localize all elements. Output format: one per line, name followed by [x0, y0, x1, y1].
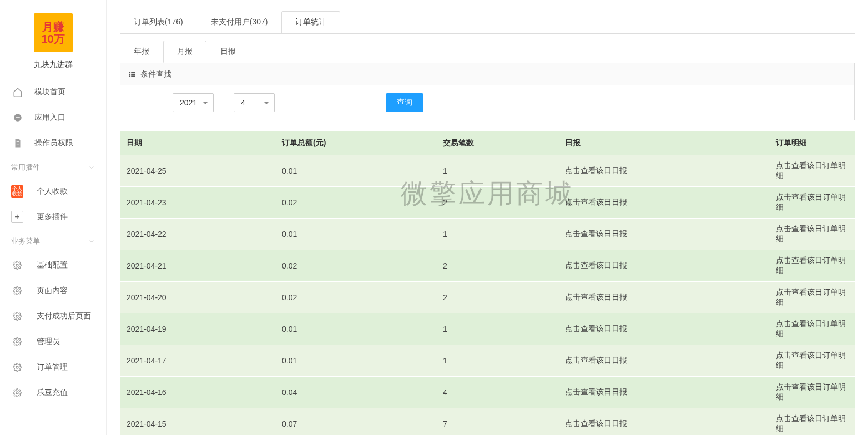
cell-detail-link[interactable]: 点击查看该日订单明细 [769, 345, 855, 377]
biz-item[interactable]: 管理员 [0, 329, 106, 355]
cell-detail-link[interactable]: 点击查看该日订单明细 [769, 187, 855, 219]
tab-unpaid-users[interactable]: 未支付用户(307) [197, 11, 282, 33]
th-report: 日报 [558, 131, 769, 155]
table-wrap: 微擎应用商城 日期 订单总额(元) 交易笔数 日报 订单明细 2021-04-2… [120, 131, 855, 435]
table-row: 2021-04-23 0.02 2 点击查看该日日报 点击查看该日订单明细 [120, 187, 855, 219]
sidebar: 月赚 10万 九块九进群 模块首页 应用入口 操作员权限 常用插件 [0, 0, 107, 435]
cell-count: 1 [436, 155, 558, 187]
biz-item[interactable]: 订单管理 [0, 355, 106, 380]
group-label: 常用插件 [11, 163, 40, 173]
nav-label: 模块首页 [34, 87, 65, 97]
cell-report-link[interactable]: 点击查看该日日报 [558, 219, 769, 250]
plus-icon: + [11, 211, 23, 223]
doc-icon [11, 136, 24, 150]
tab-label: 日报 [220, 47, 236, 55]
nav-label: 订单管理 [37, 362, 68, 372]
nav-more-plugins[interactable]: + 更多插件 [0, 204, 106, 230]
table-row: 2021-04-17 0.01 1 点击查看该日日报 点击查看该日订单明细 [120, 345, 855, 377]
logo-block: 月赚 10万 九块九进群 [0, 0, 106, 79]
cell-count: 1 [436, 313, 558, 345]
cell-report-link[interactable]: 点击查看该日日报 [558, 155, 769, 187]
nav-label: 应用入口 [34, 113, 65, 123]
biz-item[interactable]: 基础配置 [0, 252, 106, 278]
nav-label: 基础配置 [37, 260, 68, 270]
cell-detail-link[interactable]: 点击查看该日订单明细 [769, 408, 855, 436]
nav-module-home[interactable]: 模块首页 [0, 79, 106, 105]
subtab-daily[interactable]: 日报 [206, 41, 250, 63]
cell-count: 2 [436, 187, 558, 219]
cell-report-link[interactable]: 点击查看该日日报 [558, 313, 769, 345]
table-row: 2021-04-22 0.01 1 点击查看该日日报 点击查看该日订单明细 [120, 219, 855, 250]
chat-icon [11, 111, 24, 124]
biz-item[interactable]: 乐豆充值 [0, 380, 106, 406]
cell-amount: 0.01 [275, 219, 436, 250]
group-plugins[interactable]: 常用插件 [0, 156, 106, 179]
th-detail: 订单明细 [769, 131, 855, 155]
biz-item[interactable]: 支付成功后页面 [0, 304, 106, 329]
tab-label: 订单列表(176) [134, 17, 183, 26]
svg-point-6 [16, 392, 18, 394]
cell-date: 2021-04-22 [120, 219, 275, 250]
cell-detail-link[interactable]: 点击查看该日订单明细 [769, 219, 855, 250]
cell-detail-link[interactable]: 点击查看该日订单明细 [769, 377, 855, 408]
subtab-annual[interactable]: 年报 [120, 41, 163, 63]
group-business[interactable]: 业务菜单 [0, 230, 106, 252]
nav-personal-income[interactable]: 个人收款 个人收款 [0, 179, 106, 204]
cell-date: 2021-04-15 [120, 408, 275, 436]
gear-icon [11, 259, 23, 271]
cell-report-link[interactable]: 点击查看该日日报 [558, 250, 769, 282]
cell-report-link[interactable]: 点击查看该日日报 [558, 282, 769, 313]
income-icon: 个人收款 [11, 185, 23, 198]
cell-detail-link[interactable]: 点击查看该日订单明细 [769, 250, 855, 282]
cell-date: 2021-04-23 [120, 187, 275, 219]
tab-label: 月报 [177, 47, 193, 55]
cell-detail-link[interactable]: 点击查看该日订单明细 [769, 155, 855, 187]
svg-rect-11 [129, 75, 130, 77]
chevron-down-icon [88, 238, 95, 245]
cell-amount: 0.04 [275, 377, 436, 408]
filter-header: 条件查找 [120, 63, 854, 85]
subtab-monthly[interactable]: 月报 [163, 41, 206, 63]
stats-table: 日期 订单总额(元) 交易笔数 日报 订单明细 2021-04-25 0.01 … [120, 131, 855, 435]
month-select[interactable]: 4 [234, 93, 275, 112]
svg-point-5 [16, 366, 18, 368]
th-date: 日期 [120, 131, 275, 155]
cell-detail-link[interactable]: 点击查看该日订单明细 [769, 282, 855, 313]
cell-report-link[interactable]: 点击查看该日日报 [558, 187, 769, 219]
gear-icon [11, 310, 23, 322]
home-icon [11, 85, 24, 99]
sub-tabs: 年报 月报 日报 [107, 34, 868, 63]
svg-point-4 [16, 341, 18, 343]
table-row: 2021-04-16 0.04 4 点击查看该日日报 点击查看该日订单明细 [120, 377, 855, 408]
cell-detail-link[interactable]: 点击查看该日订单明细 [769, 313, 855, 345]
nav-label: 操作员权限 [34, 138, 73, 148]
tab-order-stats[interactable]: 订单统计 [281, 11, 340, 33]
filter-title: 条件查找 [140, 69, 171, 79]
gear-icon [11, 387, 23, 399]
biz-item[interactable]: 页面内容 [0, 278, 106, 304]
tab-order-list[interactable]: 订单列表(176) [120, 11, 197, 33]
cell-report-link[interactable]: 点击查看该日日报 [558, 345, 769, 377]
nav-operator-perm[interactable]: 操作员权限 [0, 130, 106, 156]
cell-amount: 0.01 [275, 155, 436, 187]
nav-label: 管理员 [37, 337, 60, 347]
year-select[interactable]: 2021 [173, 93, 214, 112]
cell-date: 2021-04-25 [120, 155, 275, 187]
cell-report-link[interactable]: 点击查看该日日报 [558, 408, 769, 436]
nav-app-entry[interactable]: 应用入口 [0, 105, 106, 130]
table-row: 2021-04-25 0.01 1 点击查看该日日报 点击查看该日订单明细 [120, 155, 855, 187]
cell-amount: 0.02 [275, 250, 436, 282]
cell-amount: 0.02 [275, 282, 436, 313]
filter-panel: 条件查找 2021 4 查询 [120, 63, 855, 120]
gear-icon [11, 336, 23, 348]
cell-report-link[interactable]: 点击查看该日日报 [558, 377, 769, 408]
cell-count: 1 [436, 219, 558, 250]
query-button[interactable]: 查询 [386, 93, 423, 112]
nav-label: 乐豆充值 [37, 388, 68, 398]
nav-label: 支付成功后页面 [37, 311, 91, 321]
cell-count: 7 [436, 408, 558, 436]
nav-label: 个人收款 [37, 186, 68, 196]
cell-amount: 0.01 [275, 313, 436, 345]
gear-icon [11, 285, 23, 297]
cell-date: 2021-04-16 [120, 377, 275, 408]
